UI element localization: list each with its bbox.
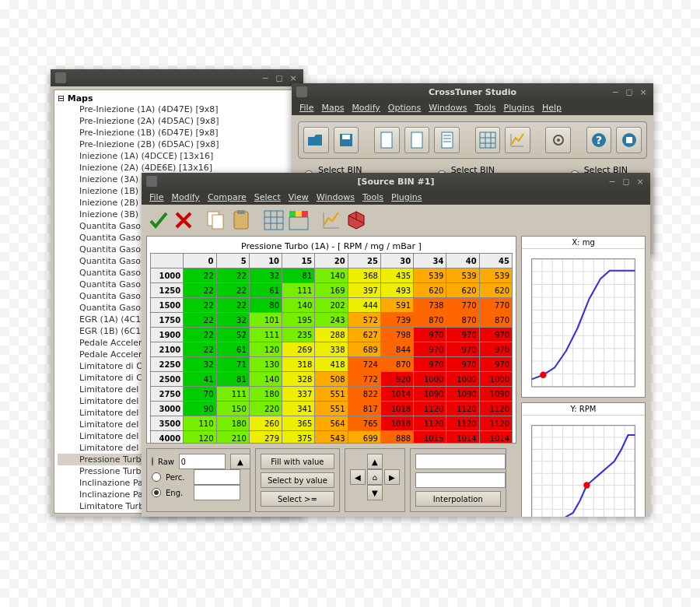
map-cell[interactable]: 70	[184, 387, 216, 402]
reject-icon[interactable]	[173, 209, 194, 231]
edit-button[interactable]	[434, 127, 460, 153]
map-cell[interactable]: 970	[479, 357, 512, 372]
map-cell[interactable]: 269	[282, 342, 315, 357]
map-cell[interactable]: 22	[184, 283, 216, 298]
map-cell[interactable]: 1000	[479, 372, 512, 387]
interp-input1[interactable]	[415, 454, 506, 469]
map-cell[interactable]: 90	[184, 402, 216, 416]
tree-item[interactable]: Pre-Iniezione (1A) (4D47E) [9x8]	[58, 104, 296, 115]
accept-icon[interactable]	[148, 209, 170, 231]
minimize-button[interactable]: −	[607, 176, 618, 187]
map-cell[interactable]: 1120	[446, 416, 479, 431]
arrow-down-button[interactable]: ▼	[367, 485, 383, 500]
map-cell[interactable]: 1120	[479, 402, 512, 416]
map-cell[interactable]: 444	[348, 298, 380, 313]
map-cell[interactable]: 1015	[414, 431, 446, 444]
map-cell[interactable]: 1120	[479, 416, 512, 431]
settings-button[interactable]	[545, 127, 571, 153]
graph-button[interactable]	[505, 127, 530, 153]
grid-button[interactable]	[475, 127, 501, 153]
map-cell[interactable]: 202	[315, 298, 348, 313]
map-cell[interactable]: 71	[216, 357, 249, 372]
map-cell[interactable]: 770	[479, 298, 512, 313]
map-cell[interactable]: 110	[184, 416, 216, 431]
map-cell[interactable]: 765	[348, 416, 380, 431]
doc1-button[interactable]	[374, 127, 400, 153]
map-cell[interactable]: 920	[380, 372, 413, 387]
map-cell[interactable]: 81	[216, 372, 249, 387]
map-table[interactable]: 0510152025303440451000222232811403684355…	[150, 253, 513, 444]
menu-item[interactable]: Options	[385, 102, 424, 114]
studio-menubar[interactable]: FileMapsModifyOptionsWindowsToolsPlugins…	[292, 100, 653, 115]
cube-icon[interactable]	[345, 209, 367, 231]
map-cell[interactable]: 22	[184, 268, 216, 283]
save-button[interactable]	[334, 127, 359, 153]
fill-button[interactable]: Fill with value	[261, 454, 334, 469]
map-cell[interactable]: 338	[315, 342, 348, 357]
map-cell[interactable]: 418	[315, 357, 348, 372]
map-cell[interactable]: 772	[348, 372, 380, 387]
maximize-button[interactable]: ◻	[274, 72, 285, 83]
map-cell[interactable]: 1018	[380, 416, 413, 431]
map-cell[interactable]: 620	[479, 283, 512, 298]
map-cell[interactable]: 572	[348, 313, 380, 328]
map-cell[interactable]: 739	[380, 313, 413, 328]
map-cell[interactable]: 32	[249, 268, 282, 283]
map-cell[interactable]: 22	[216, 268, 249, 283]
menu-item[interactable]: Compare	[205, 191, 250, 203]
menu-item[interactable]: Plugins	[501, 102, 537, 114]
map-cell[interactable]: 195	[282, 313, 315, 328]
map-cell[interactable]: 120	[249, 342, 282, 357]
map-cell[interactable]: 970	[479, 342, 512, 357]
map-cell[interactable]: 539	[479, 268, 512, 283]
close-button[interactable]: ×	[635, 176, 646, 187]
map-cell[interactable]: 22	[184, 313, 216, 328]
map-cell[interactable]: 140	[282, 298, 315, 313]
map-cell[interactable]: 817	[348, 402, 380, 416]
menu-item[interactable]: Maps	[318, 102, 347, 114]
menu-item[interactable]: Plugins	[388, 191, 425, 203]
map-cell[interactable]: 111	[282, 283, 315, 298]
map-cell[interactable]: 140	[315, 268, 348, 283]
menu-item[interactable]: Windows	[313, 191, 358, 203]
map-cell[interactable]: 591	[380, 298, 413, 313]
raw-value-input[interactable]	[179, 454, 226, 469]
map-cell[interactable]: 140	[249, 372, 282, 387]
map-cell[interactable]: 61	[249, 283, 282, 298]
map-cell[interactable]: 870	[414, 313, 446, 328]
map-cell[interactable]: 770	[446, 298, 479, 313]
map-cell[interactable]: 61	[216, 342, 249, 357]
tree-item[interactable]: Pre-Iniezione (2B) (6D5AC) [9x8]	[58, 139, 296, 150]
map-cell[interactable]: 798	[380, 328, 413, 342]
map-cell[interactable]: 620	[446, 283, 479, 298]
map-cell[interactable]: 341	[282, 402, 315, 416]
arrow-up-button[interactable]: ▲	[367, 454, 383, 469]
map-cell[interactable]: 220	[249, 402, 282, 416]
map-cell[interactable]: 1014	[380, 387, 413, 402]
raw-up-button[interactable]: ▲	[230, 454, 250, 469]
map-cell[interactable]: 689	[348, 342, 380, 357]
map-cell[interactable]: 81	[282, 268, 315, 283]
map-cell[interactable]: 822	[348, 387, 380, 402]
tree-item[interactable]: Pre-Iniezione (1B) (6D47E) [9x8]	[58, 127, 296, 139]
map-cell[interactable]: 435	[380, 268, 413, 283]
map-cell[interactable]: 620	[414, 283, 446, 298]
map-cell[interactable]: 365	[282, 416, 315, 431]
grid-blue-icon[interactable]	[263, 209, 285, 231]
map-cell[interactable]: 397	[348, 283, 380, 298]
map-cell[interactable]: 508	[315, 372, 348, 387]
map-cell[interactable]: 870	[479, 313, 512, 328]
maps-titlebar[interactable]: − ◻ ×	[51, 69, 303, 86]
map-cell[interactable]: 101	[249, 313, 282, 328]
map-cell[interactable]: 970	[414, 328, 446, 342]
map-cell[interactable]: 539	[446, 268, 479, 283]
close-button[interactable]: ×	[288, 72, 299, 83]
map-cell[interactable]: 22	[216, 298, 249, 313]
map-cell[interactable]: 844	[380, 342, 413, 357]
map-cell[interactable]: 32	[184, 357, 216, 372]
grid-color-icon[interactable]	[288, 209, 310, 231]
map-cell[interactable]: 1120	[414, 416, 446, 431]
tree-item[interactable]: Iniezione (2A) (4DE6E) [13x16]	[58, 162, 296, 174]
map-cell[interactable]: 627	[348, 328, 380, 342]
minimize-button[interactable]: −	[610, 86, 621, 97]
